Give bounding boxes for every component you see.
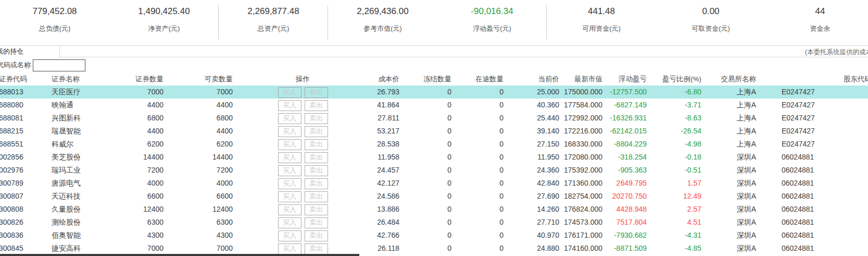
cell-cost-price: 13.886 — [342, 203, 401, 216]
cell-frozen: 0 — [401, 125, 454, 138]
cell-cost-price: 27.811 — [342, 112, 401, 125]
cell-in-transit: 0 — [454, 229, 506, 242]
sell-button[interactable]: 卖出 — [305, 230, 328, 241]
buy-button[interactable]: 买入 — [278, 139, 301, 150]
buy-button[interactable]: 买入 — [278, 230, 301, 241]
cell-in-transit: 0 — [454, 125, 506, 138]
sell-button[interactable]: 卖出 — [305, 165, 328, 176]
cell-shareholder-code: E0247427 — [758, 112, 868, 125]
table-row[interactable]: 688215瑞晟智能44004400买入卖出53.2170039.1401722… — [0, 125, 868, 138]
row-actions: 买入卖出 — [235, 190, 342, 203]
sell-button[interactable]: 卖出 — [305, 243, 328, 254]
cell-code: 688013 — [0, 86, 50, 99]
column-header: 可卖数量 — [166, 73, 235, 86]
buy-button[interactable]: 买入 — [278, 152, 301, 163]
buy-button[interactable]: 买入 — [278, 126, 301, 137]
cell-current-price: 39.140 — [506, 125, 561, 138]
cell-current-price: 24.880 — [506, 242, 561, 255]
cell-sellable: 4400 — [166, 99, 235, 112]
sell-button[interactable]: 卖出 — [305, 217, 328, 228]
cell-exchange: 深圳A — [703, 242, 758, 255]
buy-button[interactable]: 买入 — [278, 165, 301, 176]
cell-frozen: 0 — [401, 138, 454, 151]
trading-app-window: 779,452.08 总负债(元) 1,490,425.40 净资产(元) 2,… — [0, 0, 868, 256]
stat-label: 参考市值(元) — [328, 24, 437, 33]
cell-shareholder-code: E0247427 — [758, 86, 868, 99]
cell-quantity: 14400 — [107, 151, 166, 164]
cell-sellable: 6300 — [166, 216, 235, 229]
column-header: 操作 — [235, 73, 342, 86]
cell-exchange: 深圳A — [703, 190, 758, 203]
cell-quantity: 6200 — [107, 138, 166, 151]
buy-button[interactable]: 买入 — [278, 243, 301, 254]
sell-button[interactable]: 卖出 — [305, 204, 328, 215]
table-row[interactable]: 688013天臣医疗70007000买入卖出26.7930025.0001750… — [0, 86, 868, 99]
table-row[interactable]: 688080映翰通44004400买入卖出41.8640040.36017758… — [0, 99, 868, 112]
cell-code: 688081 — [0, 112, 50, 125]
table-row[interactable]: 688551科威尔62006200买入卖出28.5380027.15016833… — [0, 138, 868, 151]
cell-frozen: 0 — [401, 86, 454, 99]
sell-button[interactable]: 卖出 — [305, 178, 328, 189]
cell-exchange: 深圳A — [703, 229, 758, 242]
table-row[interactable]: 300826测绘股份63006300买入卖出26.4840027.7101745… — [0, 216, 868, 229]
table-row[interactable]: 002856美芝股份1440014400买入卖出11.9580011.95017… — [0, 151, 868, 164]
sell-button[interactable]: 卖出 — [305, 139, 328, 150]
table-row[interactable]: 300836佰奥智能43004300买入卖出42.7660040.9701761… — [0, 229, 868, 242]
buy-button[interactable]: 买入 — [278, 191, 301, 202]
row-actions: 买入卖出 — [235, 229, 342, 242]
cell-in-transit: 0 — [454, 138, 506, 151]
buy-button[interactable]: 买入 — [278, 87, 301, 98]
buy-button[interactable]: 买入 — [278, 217, 301, 228]
table-row[interactable]: 300789唐源电气40004000买入卖出42.1270042.8401713… — [0, 177, 868, 190]
cell-in-transit: 0 — [454, 242, 506, 255]
table-row[interactable]: 300807天迈科技66006600买入卖出24.5860027.6901827… — [0, 190, 868, 203]
column-header: 证券数量 — [107, 73, 166, 86]
table-row[interactable]: 002976瑞玛工业72007200买入卖出24.4570024.3601753… — [0, 164, 868, 177]
sell-button[interactable]: 卖出 — [305, 113, 328, 124]
cell-shareholder-code: E0247427 — [758, 138, 868, 151]
cell-sellable: 6200 — [166, 138, 235, 151]
stat-label: 总资产(元) — [219, 24, 328, 33]
stat-floating-pnl: -90,016.34 浮动盈亏(元) — [437, 6, 547, 45]
code-or-name-input[interactable] — [33, 59, 85, 71]
cell-name: 科威尔 — [50, 138, 107, 151]
sell-button[interactable]: 卖出 — [305, 87, 328, 98]
cell-current-price: 24.360 — [506, 164, 561, 177]
cell-code: 300836 — [0, 229, 50, 242]
cell-market-value: 172080.000 — [561, 151, 605, 164]
cell-quantity: 4400 — [107, 99, 166, 112]
sell-button[interactable]: 卖出 — [305, 152, 328, 163]
cost-system-note: (本委托系统提供的成本 — [805, 46, 868, 58]
cell-exchange: 上海A — [703, 99, 758, 112]
stat-label: 净资产(元) — [109, 24, 219, 33]
buy-button[interactable]: 买入 — [278, 113, 301, 124]
cell-frozen: 0 — [401, 190, 454, 203]
cell-floating-pnl: -318.254 — [605, 151, 649, 164]
tab-my-holdings[interactable]: 我的持仓 — [0, 46, 60, 58]
table-row[interactable]: 300845捷安高科70007000买入卖出26.1180024.8801741… — [0, 242, 868, 255]
cell-exchange: 上海A — [703, 125, 758, 138]
buy-button[interactable]: 买入 — [278, 100, 301, 111]
table-row[interactable]: 300808久量股份1240012400买入卖出13.8860014.26017… — [0, 203, 868, 216]
cell-quantity: 6300 — [107, 216, 166, 229]
sell-button[interactable]: 卖出 — [305, 126, 328, 137]
cell-cost-price: 26.484 — [342, 216, 401, 229]
cell-current-price: 14.260 — [506, 203, 561, 216]
cell-pnl-ratio: -0.18 — [649, 151, 703, 164]
sell-button[interactable]: 卖出 — [305, 191, 328, 202]
row-actions: 买入卖出 — [235, 99, 342, 112]
cell-sellable: 4400 — [166, 125, 235, 138]
table-row[interactable]: 688081兴图新科68006800买入卖出27.8110025.4401729… — [0, 112, 868, 125]
sell-button[interactable]: 卖出 — [305, 100, 328, 111]
cell-floating-pnl: -8804.229 — [605, 138, 649, 151]
buy-button[interactable]: 买入 — [278, 178, 301, 189]
cell-name: 映翰通 — [50, 99, 107, 112]
cell-shareholder-code: 06024881 — [758, 190, 868, 203]
bottom-panel-edge — [0, 254, 359, 256]
column-header: 证券名称 — [50, 73, 107, 86]
buy-button[interactable]: 买入 — [278, 204, 301, 215]
holdings-search-row: 代码或名称 — [0, 57, 868, 73]
cell-quantity: 6800 — [107, 112, 166, 125]
cell-pnl-ratio: -26.54 — [649, 125, 703, 138]
stat-value: 441.48 — [547, 6, 656, 17]
